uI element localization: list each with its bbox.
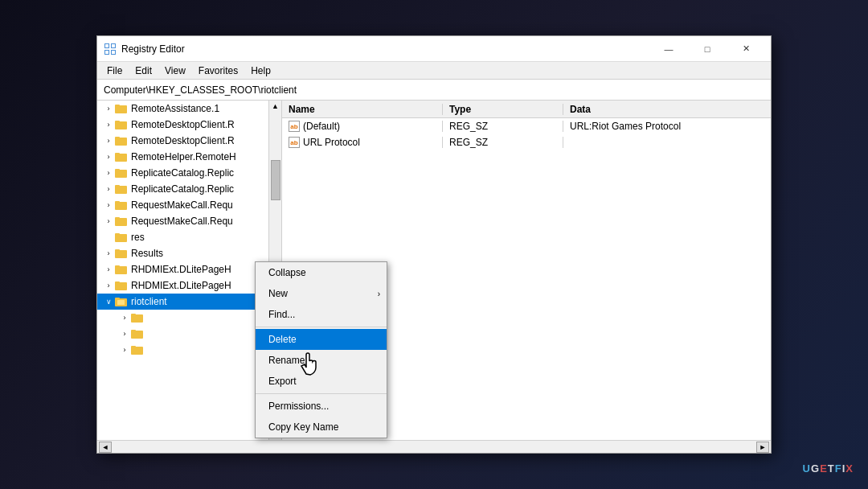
tree-item-remotedesktop1[interactable]: › RemoteDesktopClient.R (97, 117, 281, 133)
tree-label: RequestMakeCall.Requ (131, 199, 233, 211)
folder-icon (131, 328, 144, 339)
h-scroll-track (112, 442, 756, 453)
menu-favorites[interactable]: Favorites (192, 64, 244, 78)
svg-rect-17 (115, 169, 120, 171)
ctx-separator-1 (256, 327, 387, 327)
menu-view[interactable]: View (158, 64, 192, 78)
chevron-right-icon: › (104, 249, 113, 258)
tree-label: riotclient (131, 296, 167, 307)
ctx-permissions[interactable]: Permissions... (256, 396, 387, 417)
tree-label: RequestMakeCall.Requ (131, 216, 233, 227)
horizontal-scrollbar[interactable]: ◄ ► (97, 440, 771, 453)
ctx-new[interactable]: New › (256, 283, 387, 304)
h-scroll-right-arrow[interactable]: ► (756, 442, 769, 453)
minimize-button[interactable]: — (650, 36, 687, 62)
folder-icon (115, 248, 128, 259)
ctx-rename[interactable]: Rename (256, 350, 387, 371)
tree-label: RHDMIExt.DLitePageH (131, 264, 231, 275)
ctx-collapse[interactable]: Collapse (256, 262, 387, 283)
watermark: UGETFIX (803, 462, 854, 475)
tree-item-remoteassistance[interactable]: › RemoteAssistance.1 (97, 101, 281, 117)
tree-label: RHDMIExt.DLitePageH (131, 280, 231, 291)
chevron-down-icon: ∨ (104, 297, 113, 306)
folder-icon (115, 280, 128, 291)
folder-icon (115, 199, 128, 211)
app-icon (104, 43, 117, 55)
row-name-default: ab (Default) (282, 121, 443, 132)
chevron-right-icon: › (104, 152, 113, 162)
scroll-thumb[interactable] (271, 160, 280, 200)
chevron-right-icon: › (104, 200, 113, 210)
folder-icon (115, 151, 128, 162)
folder-icon (131, 344, 144, 355)
folder-icon (115, 103, 128, 114)
tree-item-remotehelper[interactable]: › RemoteHelper.RemoteH (97, 149, 281, 165)
menu-help[interactable]: Help (244, 64, 277, 78)
ctx-find[interactable]: Find... (256, 304, 387, 325)
svg-rect-25 (115, 233, 120, 236)
reg-sz-icon: ab (289, 121, 300, 132)
chevron-right-icon: › (120, 329, 129, 339)
folder-icon (115, 232, 128, 243)
h-scroll-left-arrow[interactable]: ◄ (99, 442, 112, 453)
tree-item-replicatecatalog1[interactable]: › ReplicateCatalog.Replic (97, 165, 281, 181)
address-path: Computer\HKEY_CLASSES_ROOT\riotclient (104, 84, 297, 96)
tree-label: RemoteDesktopClient.R (131, 135, 235, 146)
tree-item-child3[interactable]: › (97, 342, 281, 358)
tree-item-rhdmi1[interactable]: › RHDMIExt.DLitePageH (97, 261, 281, 277)
chevron-right-icon: › (104, 265, 113, 274)
chevron-right-icon: › (120, 313, 129, 323)
svg-rect-36 (131, 314, 136, 316)
data-row-url[interactable]: ab URL Protocol REG_SZ (282, 134, 771, 150)
tree-item-remotedesktop2[interactable]: › RemoteDesktopClient.R (97, 133, 281, 149)
context-menu: Collapse New › Find... Delete Rename Exp… (255, 261, 387, 438)
row-type-url: REG_SZ (443, 137, 563, 148)
menu-edit[interactable]: Edit (129, 64, 158, 78)
col-name-header: Name (282, 104, 443, 115)
tree-item-res[interactable]: › res (97, 229, 281, 245)
ctx-copy-key[interactable]: Copy Key Name (256, 417, 387, 438)
scroll-up-arrow[interactable]: ▲ (270, 101, 280, 112)
folder-icon (115, 119, 128, 130)
svg-rect-33 (115, 298, 120, 300)
folder-icon (115, 135, 128, 146)
svg-rect-7 (112, 51, 115, 54)
svg-rect-5 (112, 44, 115, 47)
tree-item-rhdmi2[interactable]: › RHDMIExt.DLitePageH (97, 277, 281, 294)
svg-rect-40 (131, 346, 136, 348)
window-controls: — □ ✕ (650, 36, 764, 62)
row-name-url: ab URL Protocol (282, 137, 443, 148)
svg-rect-11 (115, 121, 120, 123)
maximize-button[interactable]: □ (689, 36, 726, 62)
tree-item-child2[interactable]: › (97, 326, 281, 342)
ctx-delete[interactable]: Delete (256, 329, 387, 350)
folder-icon (115, 296, 128, 307)
folder-icon (115, 183, 128, 195)
chevron-right-icon: › (104, 104, 113, 113)
desktop: Registry Editor — □ ✕ File Edit View Fav… (0, 0, 868, 489)
svg-rect-31 (115, 281, 120, 284)
address-bar[interactable]: Computer\HKEY_CLASSES_ROOT\riotclient (97, 80, 771, 101)
menu-file[interactable]: File (100, 64, 129, 78)
tree-label: RemoteDesktopClient.R (131, 119, 235, 130)
chevron-right-icon: › (104, 184, 113, 194)
tree-item-replicatecatalog2[interactable]: › ReplicateCatalog.Replic (97, 181, 281, 197)
tree-item-results[interactable]: › Results (97, 245, 281, 261)
reg-sz-icon: ab (289, 137, 300, 148)
tree-label: RemoteHelper.RemoteH (131, 151, 236, 162)
folder-icon (115, 167, 128, 179)
ctx-export[interactable]: Export (256, 371, 387, 392)
svg-rect-4 (105, 44, 108, 47)
data-row-default[interactable]: ab (Default) REG_SZ URL:Riot Games Proto… (282, 118, 771, 134)
tree-label: ReplicateCatalog.Replic (131, 183, 234, 195)
close-button[interactable]: ✕ (727, 36, 764, 62)
tree-item-requestmake2[interactable]: › RequestMakeCall.Requ (97, 213, 281, 229)
tree-item-requestmake1[interactable]: › RequestMakeCall.Requ (97, 197, 281, 213)
svg-rect-23 (115, 217, 120, 220)
svg-rect-9 (115, 105, 120, 107)
tree-item-riotclient[interactable]: ∨ riotclient (97, 294, 281, 310)
folder-icon (115, 216, 128, 227)
chevron-right-icon: › (104, 168, 113, 178)
tree-item-child1[interactable]: › (97, 310, 281, 326)
chevron-right-icon: › (104, 120, 113, 129)
